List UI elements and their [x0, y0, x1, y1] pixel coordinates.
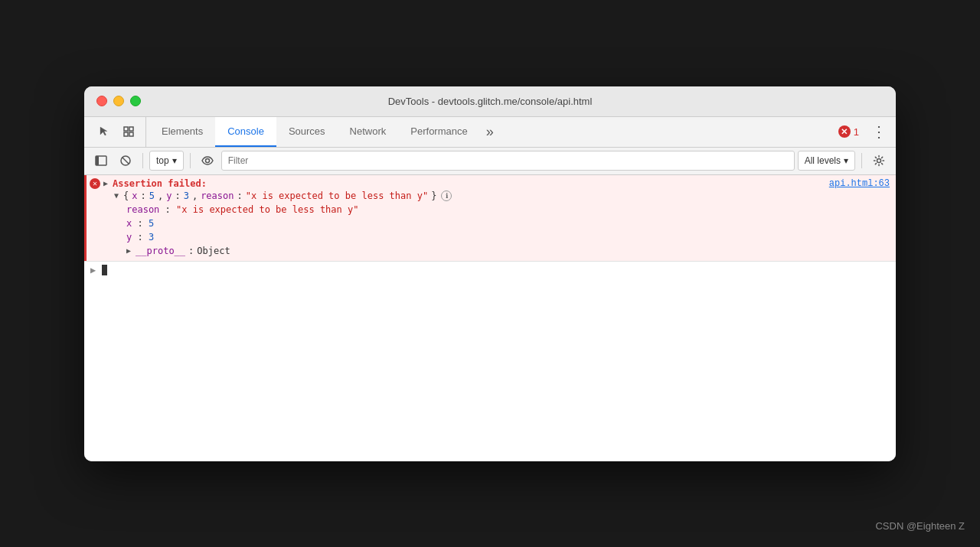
settings-gear-button[interactable] — [868, 150, 890, 171]
minimize-button[interactable] — [113, 96, 124, 106]
svg-line-7 — [122, 158, 129, 164]
tab-elements[interactable]: Elements — [149, 117, 215, 147]
clear-console-button[interactable] — [115, 150, 136, 171]
error-badge[interactable]: ✕ 1 — [832, 125, 865, 138]
sidebar-toggle-button[interactable] — [90, 150, 112, 171]
window-title: DevTools - devtools.glitch.me/console/ap… — [388, 96, 593, 107]
titlebar: DevTools - devtools.glitch.me/console/ap… — [84, 86, 896, 117]
proto-line: ▶ __proto__ : Object — [90, 244, 890, 258]
assertion-error-row: ✕ ▶ Assertion failed: api.html:63 ▼ { x … — [84, 175, 896, 261]
expand-arrow[interactable]: ▶ — [103, 179, 108, 188]
levels-selector[interactable]: All levels ▾ — [798, 151, 855, 171]
context-selector[interactable]: top ▾ — [149, 151, 184, 171]
toolbar-divider-2 — [190, 153, 191, 168]
watermark: CSDN @Eighteen Z — [875, 520, 965, 532]
close-button[interactable] — [96, 96, 107, 106]
x-prop-line: x : 5 — [90, 217, 890, 230]
tab-console[interactable]: Console — [215, 117, 276, 147]
console-input[interactable] — [102, 265, 890, 276]
svg-rect-1 — [129, 127, 133, 131]
svg-rect-3 — [129, 132, 133, 136]
error-count: 1 — [854, 126, 859, 138]
toolbar-divider-1 — [142, 153, 143, 168]
file-link[interactable]: api.html:63 — [829, 178, 890, 189]
devtools-body: Elements Console Sources Network Perform… — [84, 117, 896, 461]
error-count-badge: ✕ — [838, 125, 851, 138]
levels-label: All levels — [805, 155, 841, 166]
svg-rect-5 — [96, 156, 99, 165]
tabs-container: Elements Console Sources Network Perform… — [146, 117, 832, 147]
traffic-lights — [96, 96, 141, 106]
tab-bar: Elements Console Sources Network Perform… — [84, 117, 896, 148]
console-input-row: ▶ — [84, 261, 896, 279]
filter-input[interactable] — [221, 151, 795, 171]
info-icon[interactable]: ℹ — [441, 190, 452, 201]
console-toolbar: top ▾ All levels ▾ — [84, 148, 896, 175]
svg-point-8 — [205, 159, 209, 163]
object-expanded-line: ▼ { x : 5 , y : 3 , reason : "x is expec… — [90, 189, 890, 203]
maximize-button[interactable] — [130, 96, 141, 106]
console-content: ✕ ▶ Assertion failed: api.html:63 ▼ { x … — [84, 175, 896, 461]
svg-rect-0 — [124, 127, 128, 131]
svg-point-9 — [877, 159, 881, 163]
devtools-icons — [87, 117, 146, 147]
reason-prop-line: reason : "x is expected to be less than … — [90, 203, 890, 217]
svg-rect-2 — [124, 132, 128, 136]
cursor-icon-button[interactable] — [93, 121, 115, 142]
error-icon: ✕ — [90, 178, 100, 189]
assertion-text: Assertion failed: — [113, 178, 207, 189]
object-collapse-arrow[interactable]: ▼ — [114, 191, 119, 200]
inspect-icon-button[interactable] — [118, 121, 139, 142]
tab-sources[interactable]: Sources — [276, 117, 338, 147]
levels-chevron-icon: ▾ — [844, 155, 848, 166]
proto-expand-arrow[interactable]: ▶ — [126, 246, 131, 255]
tab-network[interactable]: Network — [338, 117, 399, 147]
devtools-menu-button[interactable]: ⋮ — [865, 117, 893, 147]
tab-performance[interactable]: Performance — [398, 117, 479, 147]
more-tabs-button[interactable]: » — [480, 117, 500, 147]
context-value: top — [156, 155, 169, 166]
toolbar-divider-3 — [861, 153, 862, 168]
eye-icon-button[interactable] — [197, 150, 218, 171]
prompt-expand-arrow[interactable]: ▶ — [90, 265, 96, 275]
y-prop-line: y : 3 — [90, 230, 890, 244]
assertion-line: ✕ ▶ Assertion failed: api.html:63 — [90, 178, 890, 189]
context-chevron-icon: ▾ — [172, 155, 177, 166]
